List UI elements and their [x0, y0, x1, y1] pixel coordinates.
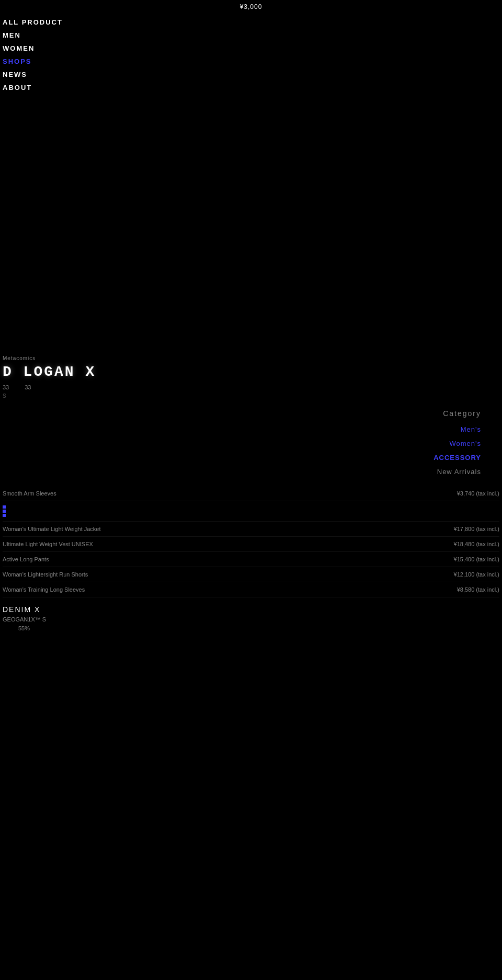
category-womens[interactable]: Women's — [449, 440, 481, 447]
product-item-1: Woman's Ultimate Light Weight Jacket ¥17… — [3, 522, 499, 537]
denim-subtitle: GEOGAN1X™ S — [3, 616, 499, 622]
indicator-dot-1 — [3, 505, 6, 509]
indicator-dot-3 — [3, 514, 6, 517]
product-price-0: ¥3,740 (tax incl.) — [457, 490, 499, 497]
brand-desc: S — [3, 393, 499, 399]
large-black-space — [0, 631, 502, 980]
product-name-3: Active Long Pants — [3, 556, 449, 562]
indicator-dot-2 — [3, 510, 6, 513]
brand-logo: D LOGAN X — [3, 364, 499, 380]
brand-stats: 33 33 — [3, 384, 499, 390]
product-price-5: ¥8,580 (tax incl.) — [457, 586, 499, 593]
product-item-0: Smooth Arm Sleeves ¥3,740 (tax incl.) — [3, 486, 499, 501]
category-list: Men's Women's ACCESSORY New Arrivals — [0, 425, 481, 476]
nav-shops[interactable]: SHOPS — [3, 57, 502, 65]
hero-area — [0, 91, 502, 353]
product-name-1: Woman's Ultimate Light Weight Jacket — [3, 526, 449, 532]
header: ¥3,000 — [0, 0, 502, 10]
product-name-5: Woman's Training Long Sleeves — [3, 586, 452, 593]
denim-percent: 55% — [18, 625, 499, 631]
metacomics-section: Metacomics D LOGAN X 33 33 S — [0, 353, 502, 399]
product-price-2: ¥18,480 (tax incl.) — [454, 541, 499, 547]
nav-news[interactable]: NEWS — [3, 71, 502, 78]
product-item-indicators — [3, 501, 499, 522]
products-section: Smooth Arm Sleeves ¥3,740 (tax incl.) Wo… — [0, 476, 502, 597]
product-indicators — [3, 505, 6, 517]
product-item-5: Woman's Training Long Sleeves ¥8,580 (ta… — [3, 582, 499, 597]
category-title: Category — [0, 409, 481, 418]
stat-1: 33 — [3, 384, 9, 390]
category-new-arrivals[interactable]: New Arrivals — [437, 468, 481, 476]
nav-women[interactable]: WOMEN — [3, 44, 502, 52]
category-accessory[interactable]: ACCESSORY — [433, 454, 481, 462]
product-price-4: ¥12,100 (tax incl.) — [454, 571, 499, 578]
product-name-2: Ultimate Light Weight Vest UNISEX — [3, 541, 449, 547]
category-section: Category Men's Women's ACCESSORY New Arr… — [0, 399, 502, 476]
product-name-4: Woman's Lightersight Run Shorts — [3, 571, 449, 578]
denim-section: DENIM X GEOGAN1X™ S 55% — [0, 597, 502, 631]
nav-all-product[interactable]: ALL PRODUCT — [3, 18, 502, 26]
product-price-1: ¥17,800 (tax incl.) — [454, 526, 499, 532]
product-item-3: Active Long Pants ¥15,400 (tax incl.) — [3, 552, 499, 567]
product-item-4: Woman's Lightersight Run Shorts ¥12,100 … — [3, 567, 499, 582]
category-mens[interactable]: Men's — [461, 425, 481, 433]
denim-title: DENIM X — [3, 605, 499, 614]
product-name-0: Smooth Arm Sleeves — [3, 490, 452, 497]
product-item-2: Ultimate Light Weight Vest UNISEX ¥18,48… — [3, 537, 499, 552]
nav-about[interactable]: ABOUT — [3, 84, 502, 91]
header-price: ¥3,000 — [240, 3, 263, 10]
nav-men[interactable]: MEN — [3, 31, 502, 39]
main-nav: ALL PRODUCT MEN WOMEN SHOPS NEWS ABOUT — [0, 10, 502, 91]
metacomics-label: Metacomics — [3, 355, 499, 361]
product-price-3: ¥15,400 (tax incl.) — [454, 556, 499, 562]
stat-2: 33 — [25, 384, 31, 390]
